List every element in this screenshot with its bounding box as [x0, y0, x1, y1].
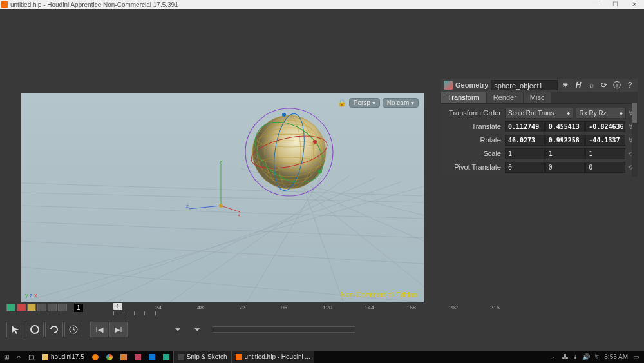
- houdini-h-icon[interactable]: H: [573, 80, 583, 90]
- taskbar-app-snip[interactable]: Snip & Sketch: [173, 351, 231, 363]
- node-type-icon: [444, 81, 453, 90]
- tray-lang-icon[interactable]: ঊ: [595, 353, 599, 361]
- select-tool-button[interactable]: [6, 322, 24, 337]
- taskbar-app-houdini[interactable]: untitled.hip - Houdini ...: [231, 351, 314, 363]
- key-marker[interactable]: ⏷: [169, 322, 187, 337]
- close-button[interactable]: ✕: [625, 0, 644, 9]
- scrub-track[interactable]: [213, 326, 355, 333]
- tab-transform[interactable]: Transform: [441, 92, 487, 103]
- scale-label: Scale: [444, 150, 505, 157]
- py-field[interactable]: 0: [545, 162, 585, 173]
- pz-field[interactable]: 0: [585, 162, 625, 173]
- houdini-icon: [236, 354, 242, 360]
- sx-field[interactable]: 1: [505, 148, 545, 159]
- tray-clock[interactable]: 8:55 AM: [604, 353, 628, 360]
- svg-point-40: [31, 326, 39, 333]
- tray-up-icon[interactable]: ︿: [551, 353, 557, 362]
- sphere-object: [244, 108, 335, 196]
- tx-field[interactable]: 0.112749: [505, 121, 545, 132]
- translate-label: Translate: [444, 123, 505, 130]
- timeline[interactable]: 1 1 24 48 72 96 120 144 168 192 216: [6, 304, 433, 318]
- tray-volume-icon[interactable]: 🔊: [582, 353, 590, 360]
- camera-dropdown[interactable]: No cam ▾: [383, 98, 419, 108]
- svg-line-43: [73, 329, 75, 331]
- help-icon[interactable]: ?: [625, 80, 635, 90]
- window-title: untitled.hip - Houdini Apprentice Non-Co…: [10, 1, 178, 8]
- search-icon[interactable]: ⌕: [586, 80, 596, 90]
- key-marker-2[interactable]: ⏷: [188, 322, 206, 337]
- record-button[interactable]: [26, 322, 44, 337]
- window-titlebar: untitled.hip - Houdini Apprentice Non-Co…: [0, 0, 644, 9]
- loop-button[interactable]: [45, 322, 63, 337]
- ry-field[interactable]: 0.992258: [545, 135, 585, 146]
- mini-axis-gizmo: y z x: [25, 292, 37, 299]
- playbar: I◀ ▶I ⏷ ⏷: [6, 320, 433, 338]
- rotate-label: Rotate: [444, 136, 505, 144]
- svg-line-7: [105, 178, 375, 302]
- pivot-label: Pivot Translate: [444, 163, 505, 171]
- pinned-icon[interactable]: [159, 351, 173, 363]
- rx-field[interactable]: 46.0273: [505, 135, 545, 146]
- scene-viewport[interactable]: x y z: [21, 93, 424, 302]
- node-type-label: Geometry: [455, 81, 488, 89]
- maximize-button[interactable]: ☐: [605, 0, 625, 9]
- app-icon: [1, 1, 8, 8]
- firefox-icon[interactable]: [88, 351, 102, 363]
- timeline-ruler[interactable]: 1 24 48 72 96 120 144 168 192 216: [75, 304, 323, 318]
- pinned-icon[interactable]: [145, 351, 159, 363]
- svg-point-38: [282, 113, 286, 117]
- svg-line-6: [53, 182, 401, 302]
- svg-point-37: [313, 140, 317, 144]
- svg-text:z: z: [186, 203, 189, 209]
- svg-point-23: [252, 115, 326, 189]
- pinned-icon[interactable]: [131, 351, 145, 363]
- svg-line-2: [21, 222, 424, 238]
- svg-line-17: [189, 206, 221, 209]
- svg-text:x: x: [238, 212, 240, 218]
- step-back-button[interactable]: I◀: [90, 322, 108, 337]
- param-scrollbar[interactable]: [632, 103, 638, 177]
- px-field[interactable]: 0: [505, 162, 545, 173]
- rz-field[interactable]: -44.1337: [585, 135, 625, 146]
- play-button[interactable]: ▶I: [109, 322, 128, 337]
- realtime-button[interactable]: [64, 322, 82, 337]
- tray-wifi-icon[interactable]: ⫰: [574, 353, 577, 360]
- timeline-thumbs[interactable]: [6, 304, 67, 311]
- playhead[interactable]: 1: [113, 303, 122, 310]
- viewport-canvas: x y z: [21, 93, 424, 302]
- chrome-icon[interactable]: [102, 351, 117, 363]
- reload-icon[interactable]: ⟳: [599, 80, 609, 90]
- world-axis-gizmo: [189, 164, 240, 212]
- node-name-field[interactable]: sphere_object1: [491, 80, 558, 90]
- taskview-button[interactable]: ▢: [24, 351, 38, 363]
- gear-icon[interactable]: ✷: [560, 80, 571, 90]
- svg-line-15: [221, 206, 240, 212]
- persp-dropdown[interactable]: Persp ▾: [349, 98, 380, 108]
- info-icon[interactable]: ⓘ: [612, 80, 622, 90]
- edition-watermark: Non-Commercial Edition: [341, 291, 417, 299]
- tab-misc[interactable]: Misc: [524, 92, 552, 103]
- xord-label: Transform Order: [444, 109, 505, 117]
- explorer-item[interactable]: houdini17.5: [38, 351, 88, 363]
- svg-line-8: [169, 175, 350, 302]
- rord-dropdown[interactable]: Rx Ry Rz♦: [576, 108, 626, 119]
- svg-text:y: y: [220, 158, 222, 164]
- xord-dropdown[interactable]: Scale Rot Trans♦: [505, 108, 573, 119]
- svg-line-11: [279, 170, 424, 286]
- svg-line-1: [21, 206, 424, 219]
- svg-point-39: [318, 170, 322, 173]
- pinned-icon[interactable]: [117, 351, 131, 363]
- svg-point-18: [219, 204, 223, 208]
- tab-render[interactable]: Render: [487, 92, 524, 103]
- sy-field[interactable]: 1: [545, 148, 585, 159]
- tray-notifications-icon[interactable]: ▭: [633, 353, 639, 360]
- tray-network-icon[interactable]: 🖧: [562, 353, 569, 360]
- windows-taskbar: ⊞ ○ ▢ houdini17.5 Snip & Sketch untitled…: [0, 351, 644, 363]
- minimize-button[interactable]: —: [586, 0, 605, 9]
- tz-field[interactable]: -0.824636: [585, 121, 625, 132]
- search-button[interactable]: ○: [13, 351, 24, 363]
- lock-icon[interactable]: 🔒: [337, 99, 346, 108]
- sz-field[interactable]: 1: [585, 148, 625, 159]
- start-menu-button[interactable]: ⊞: [0, 351, 13, 363]
- ty-field[interactable]: 0.455413: [545, 121, 585, 132]
